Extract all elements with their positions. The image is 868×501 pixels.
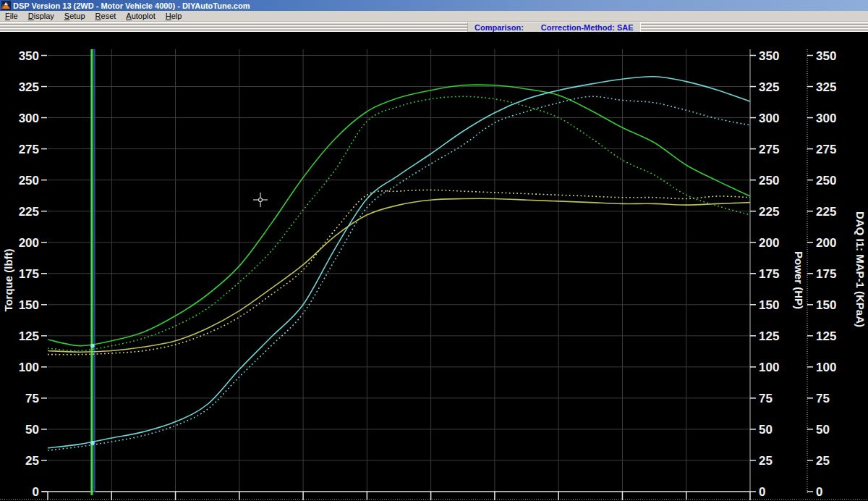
svg-text:100: 100	[19, 361, 39, 374]
gridlines	[48, 49, 750, 492]
svg-text:300: 300	[19, 111, 39, 125]
svg-text:200: 200	[759, 236, 779, 250]
curve-power-run1	[48, 77, 750, 448]
svg-text:150: 150	[759, 298, 779, 312]
correction-method-label: Correction-Method: SAE	[541, 23, 634, 32]
svg-text:0: 0	[816, 485, 822, 499]
svg-text:325: 325	[759, 80, 779, 94]
axes	[42, 49, 807, 494]
curve-torque-run2	[48, 96, 750, 350]
menu-item-autoplot[interactable]: Autoplot	[121, 12, 160, 20]
svg-text:50: 50	[25, 423, 39, 437]
svg-text:200: 200	[19, 236, 39, 250]
toolbar: Comparison: Correction-Method: SAE	[0, 22, 868, 33]
run-start-marker	[92, 49, 95, 495]
svg-text:150: 150	[816, 298, 836, 312]
svg-text:275: 275	[759, 143, 779, 156]
comparison-label: Comparison:	[475, 23, 524, 32]
svg-text:275: 275	[19, 143, 39, 156]
svg-text:175: 175	[759, 267, 779, 281]
svg-text:25: 25	[759, 454, 773, 468]
svg-text:250: 250	[759, 174, 779, 188]
svg-text:225: 225	[759, 205, 779, 219]
curve-map-run1	[48, 198, 750, 352]
svg-text:0: 0	[759, 485, 765, 499]
svg-text:25: 25	[816, 454, 830, 468]
menu-item-file[interactable]: File	[0, 12, 23, 20]
marker-intersection-dot	[90, 441, 95, 445]
svg-text:DAQ I1: MAP-1 (KPaA): DAQ I1: MAP-1 (KPaA)	[854, 211, 867, 327]
curve-torque-run1	[48, 85, 750, 346]
power-axis: 0255075100125150175200225250275300325350	[750, 49, 779, 500]
window-bottom-edge	[0, 499, 868, 500]
svg-text:75: 75	[816, 392, 830, 405]
svg-text:125: 125	[816, 329, 836, 343]
dyno-chart[interactable]: 0255075100125150175200225250275300325350…	[0, 32, 868, 501]
svg-text:275: 275	[816, 143, 836, 156]
svg-text:50: 50	[759, 423, 773, 437]
svg-text:225: 225	[816, 205, 836, 219]
dyno-plot-area[interactable]: 0255075100125150175200225250275300325350…	[0, 32, 868, 501]
rpm-axis: 1500200025003000350040004500500055006000…	[33, 492, 765, 501]
dsp-window: { "window": { "title": "DSP Version 13 (…	[0, 0, 868, 501]
svg-text:300: 300	[759, 111, 779, 125]
svg-text:300: 300	[816, 111, 836, 125]
axis-titles: Torque (lbft)Power (HP)DAQ I1: MAP-1 (KP…	[2, 211, 867, 327]
svg-text:50: 50	[816, 423, 830, 437]
svg-text:0: 0	[33, 485, 39, 499]
menu-item-help[interactable]: Help	[161, 12, 187, 20]
menu-bar: FileDisplaySetupResetAutoplotHelp	[0, 11, 868, 22]
svg-text:250: 250	[19, 174, 39, 188]
svg-text:75: 75	[759, 392, 773, 405]
curve-map-run2	[48, 190, 750, 354]
menu-item-display[interactable]: Display	[23, 12, 59, 20]
svg-text:150: 150	[19, 298, 39, 312]
svg-text:350: 350	[19, 49, 39, 63]
svg-text:125: 125	[19, 329, 39, 343]
torque-axis: 0255075100125150175200225250275300325350	[19, 49, 47, 500]
app-icon	[1, 1, 11, 10]
title-bar: DSP Version 13 (2WD - Motor Vehicle 4000…	[0, 0, 868, 11]
comparison-panel: Comparison: Correction-Method: SAE	[467, 22, 641, 33]
map-axis: 0255075100125150175200225250275300325350	[807, 49, 836, 500]
menu-item-setup[interactable]: Setup	[59, 12, 90, 20]
window-title: DSP Version 13 (2WD - Motor Vehicle 4000…	[13, 1, 250, 10]
svg-text:100: 100	[816, 361, 836, 374]
svg-text:175: 175	[19, 267, 39, 281]
svg-text:350: 350	[816, 49, 836, 63]
svg-text:250: 250	[816, 174, 836, 188]
svg-text:350: 350	[759, 49, 779, 63]
svg-text:25: 25	[25, 454, 39, 468]
svg-text:Torque (lbft): Torque (lbft)	[2, 248, 14, 311]
svg-text:200: 200	[816, 236, 836, 250]
menu-item-reset[interactable]: Reset	[90, 12, 122, 20]
svg-text:Power (HP): Power (HP)	[793, 251, 805, 309]
marker-intersection-dot	[90, 344, 95, 348]
svg-text:325: 325	[19, 80, 39, 94]
svg-text:325: 325	[816, 80, 836, 94]
svg-text:100: 100	[759, 361, 779, 374]
svg-text:125: 125	[759, 329, 779, 343]
cursor-crosshair	[253, 193, 268, 207]
svg-text:225: 225	[19, 205, 39, 219]
svg-text:75: 75	[25, 392, 39, 405]
svg-text:175: 175	[816, 267, 836, 281]
